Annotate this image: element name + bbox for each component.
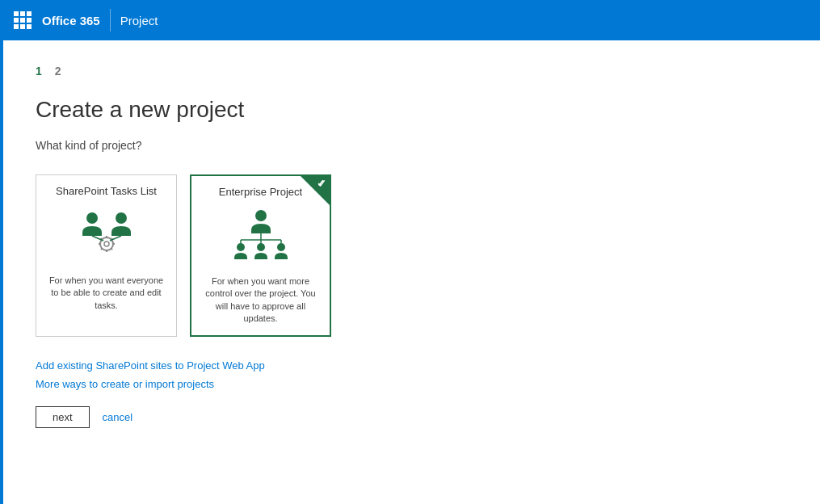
waffle-grid-icon bbox=[14, 11, 32, 29]
action-buttons: next cancel bbox=[36, 406, 788, 428]
svg-point-0 bbox=[86, 212, 98, 224]
page-subtitle: What kind of project? bbox=[36, 139, 788, 152]
enterprise-project-card[interactable]: ✓ Enterprise Project bbox=[190, 174, 331, 337]
svg-point-18 bbox=[237, 243, 245, 251]
sharepoint-tasks-icon bbox=[74, 207, 139, 267]
app-header: Office 365 Project bbox=[0, 0, 820, 40]
add-existing-link[interactable]: Add existing SharePoint sites to Project… bbox=[36, 359, 788, 372]
svg-point-14 bbox=[255, 210, 267, 221]
svg-point-22 bbox=[277, 243, 285, 251]
step-2: 2 bbox=[55, 65, 61, 78]
svg-point-3 bbox=[104, 242, 109, 246]
enterprise-project-icon bbox=[229, 208, 293, 267]
svg-line-9 bbox=[111, 249, 111, 250]
header-divider bbox=[110, 9, 111, 32]
enterprise-project-title: Enterprise Project bbox=[219, 186, 302, 198]
step-indicator: 1 2 bbox=[36, 65, 788, 78]
next-button[interactable]: next bbox=[36, 406, 90, 428]
sharepoint-tasks-title: SharePoint Tasks List bbox=[56, 185, 157, 197]
sharepoint-tasks-card[interactable]: SharePoint Tasks List bbox=[36, 174, 177, 337]
project-type-cards: SharePoint Tasks List bbox=[36, 174, 788, 337]
more-ways-link[interactable]: More ways to create or import projects bbox=[36, 378, 788, 390]
action-links: Add existing SharePoint sites to Project… bbox=[36, 359, 788, 390]
office365-label: Office 365 bbox=[42, 14, 100, 27]
cancel-button[interactable]: cancel bbox=[103, 411, 133, 423]
waffle-button[interactable] bbox=[10, 7, 36, 33]
main-content: 1 2 Create a new project What kind of pr… bbox=[0, 40, 820, 504]
selected-checkmark: ✓ bbox=[301, 176, 330, 205]
svg-point-2 bbox=[100, 237, 113, 250]
svg-point-20 bbox=[257, 243, 265, 251]
svg-point-1 bbox=[116, 212, 127, 224]
sharepoint-tasks-description: For when you want everyone to be able to… bbox=[46, 275, 166, 312]
app-name-label: Project bbox=[120, 14, 158, 27]
svg-line-11 bbox=[100, 249, 101, 250]
step-1: 1 bbox=[36, 65, 42, 78]
page-title: Create a new project bbox=[36, 97, 788, 123]
enterprise-project-description: For when you want more control over the … bbox=[201, 275, 320, 326]
